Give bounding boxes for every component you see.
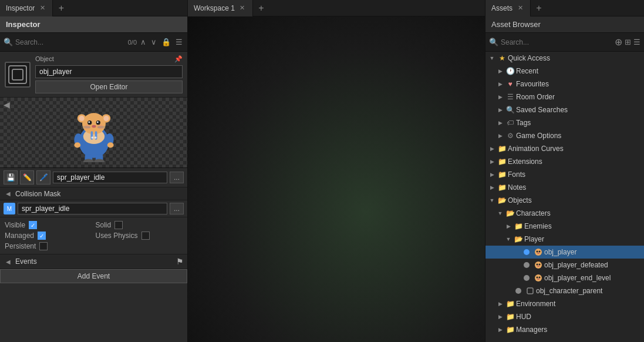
solid-row: Solid <box>96 221 183 229</box>
environment-arrow[interactable] <box>496 300 504 308</box>
tree-item-animation-curves[interactable]: 📁 Animation Curves <box>485 142 644 155</box>
object-name-input[interactable] <box>35 65 183 78</box>
persistent-checkbox[interactable] <box>39 242 48 250</box>
svg-point-38 <box>539 264 541 266</box>
objects-arrow[interactable] <box>488 196 496 204</box>
tree-item-tags[interactable]: 🏷 Tags <box>485 116 644 129</box>
sprite-btn-1-icon: 💾 <box>6 173 15 182</box>
workspace-tab-add[interactable]: + <box>253 0 269 16</box>
extensions-arrow[interactable] <box>488 157 496 166</box>
inspector-search-up[interactable]: ∧ <box>139 38 147 46</box>
inspector-search-input[interactable] <box>15 38 126 46</box>
sprite-more-button[interactable]: ... <box>170 172 184 183</box>
inspector-tab-add[interactable]: + <box>53 0 69 16</box>
object-icon-inner <box>8 65 27 84</box>
tree-item-extensions[interactable]: 📁 Extensions <box>485 155 644 168</box>
sprite-preview-arrow: ◀ <box>4 100 10 109</box>
managers-arrow[interactable] <box>496 326 504 334</box>
assets-tab-close[interactable]: ✕ <box>516 4 524 12</box>
object-section: Object 📌 Open Editor <box>0 52 187 98</box>
sprite-btn-1[interactable]: 💾 <box>4 170 18 185</box>
properties-grid: Visible Solid Managed Uses Physics Persi… <box>0 217 187 254</box>
enemies-arrow[interactable] <box>504 222 512 230</box>
inspector-panel-header: Inspector <box>0 16 187 33</box>
objects-icon: 📂 <box>497 196 507 205</box>
notes-arrow[interactable] <box>488 183 496 192</box>
managed-checkbox[interactable] <box>38 232 46 240</box>
inspector-search-lock[interactable]: 🔒 <box>160 38 172 46</box>
hud-arrow[interactable] <box>496 313 504 321</box>
inspector-tab[interactable]: Inspector ✕ <box>0 0 53 16</box>
inspector-panel: Inspector ✕ + Inspector 🔍 0/0 ∧ ∨ 🔒 ☰ Ob… <box>0 0 188 342</box>
tree-item-notes[interactable]: 📁 Notes <box>485 181 644 194</box>
tree-item-game-options[interactable]: ⚙ Game Options <box>485 129 644 142</box>
tree-container: ★ Quick Access 🕐 Recent ♥ Favourites ☰ R… <box>485 52 644 342</box>
environment-folder-icon: 📁 <box>505 299 515 309</box>
tree-item-obj-player-end-level[interactable]: obj_player_end_level <box>485 271 644 284</box>
tree-item-recent[interactable]: 🕐 Recent <box>485 65 644 78</box>
workspace-tab-close[interactable]: ✕ <box>238 4 247 12</box>
add-event-button[interactable]: Add Event <box>0 269 187 283</box>
svg-point-30 <box>91 136 93 139</box>
visible-checkbox[interactable] <box>29 221 37 229</box>
tree-item-enemies[interactable]: 📁 Enemies <box>485 220 644 233</box>
open-editor-button[interactable]: Open Editor <box>35 81 183 93</box>
animation-curves-arrow[interactable] <box>488 145 496 153</box>
events-collapse-arrow[interactable]: ◀ <box>4 259 13 265</box>
notes-label: Notes <box>508 183 642 192</box>
collision-mask-controls: M ... <box>0 200 187 217</box>
collision-mask-more-button[interactable]: ... <box>170 203 184 214</box>
inspector-search-counter: 0/0 <box>128 39 137 46</box>
inspector-search-menu[interactable]: ☰ <box>174 38 184 46</box>
tree-item-objects[interactable]: 📂 Objects <box>485 194 644 207</box>
saved-searches-icon: 🔍 <box>505 105 515 115</box>
assets-tab-bar: Assets ✕ + <box>485 0 644 16</box>
events-header: ◀ Events ⚑ <box>0 254 187 269</box>
tree-item-favourites[interactable]: ♥ Favourites <box>485 78 644 90</box>
managed-row: Managed <box>5 232 92 240</box>
tree-item-player-folder[interactable]: 📂 Player <box>485 233 644 246</box>
player-folder-icon: 📂 <box>514 234 523 244</box>
tree-item-room-order[interactable]: ☰ Room Order <box>485 90 644 103</box>
assets-tab[interactable]: Assets ✕ <box>485 0 531 16</box>
tree-item-hud[interactable]: 📁 HUD <box>485 310 644 323</box>
fonts-arrow[interactable] <box>488 170 496 179</box>
workspace-tab[interactable]: Workspace 1 ✕ <box>188 0 253 16</box>
assets-search-input[interactable] <box>501 38 612 46</box>
player-folder-arrow[interactable] <box>504 235 512 243</box>
room-order-arrow[interactable] <box>496 93 504 101</box>
inspector-tab-close[interactable]: ✕ <box>38 4 46 12</box>
tags-label: Tags <box>516 119 642 127</box>
tree-item-quick-access[interactable]: ★ Quick Access <box>485 52 644 65</box>
sprite-btn-2[interactable]: ✏️ <box>20 170 34 185</box>
tree-item-obj-player[interactable]: obj_player <box>485 246 644 259</box>
solid-checkbox[interactable] <box>114 221 123 229</box>
sprite-btn-3[interactable]: 🖊️ <box>36 170 50 185</box>
tree-item-managers[interactable]: 📁 Managers <box>485 323 644 336</box>
assets-menu-icon[interactable]: ☰ <box>633 38 640 46</box>
collision-mask-name-input[interactable] <box>18 203 167 214</box>
tree-item-obj-player-defeated[interactable]: obj_player_defeated <box>485 259 644 271</box>
game-options-arrow[interactable] <box>496 132 504 140</box>
uses-physics-checkbox[interactable] <box>141 232 150 240</box>
quick-access-arrow[interactable] <box>488 54 496 62</box>
tree-item-environment[interactable]: 📁 Environment <box>485 297 644 310</box>
fonts-label: Fonts <box>508 170 642 179</box>
tree-item-fonts[interactable]: 📁 Fonts <box>485 168 644 181</box>
inspector-search-down[interactable]: ∨ <box>150 38 158 46</box>
assets-filter-icon[interactable]: ⊞ <box>625 38 631 46</box>
assets-tab-label: Assets <box>491 4 512 12</box>
tree-item-obj-character-parent[interactable]: obj_character_parent <box>485 284 644 297</box>
characters-arrow[interactable] <box>496 209 504 217</box>
tree-item-characters[interactable]: 📂 Characters <box>485 207 644 220</box>
recent-arrow[interactable] <box>496 67 504 75</box>
sprite-name-input[interactable] <box>53 172 167 183</box>
favourites-arrow[interactable] <box>496 80 504 88</box>
assets-add-icon[interactable]: ⊕ <box>615 36 622 48</box>
tags-arrow[interactable] <box>496 119 504 127</box>
persistent-label: Persistent <box>5 242 36 250</box>
collision-mask-arrow[interactable]: ◀ <box>4 190 13 197</box>
assets-tab-add[interactable]: + <box>531 0 547 16</box>
saved-searches-arrow[interactable] <box>496 106 504 114</box>
tree-item-saved-searches[interactable]: 🔍 Saved Searches <box>485 103 644 116</box>
